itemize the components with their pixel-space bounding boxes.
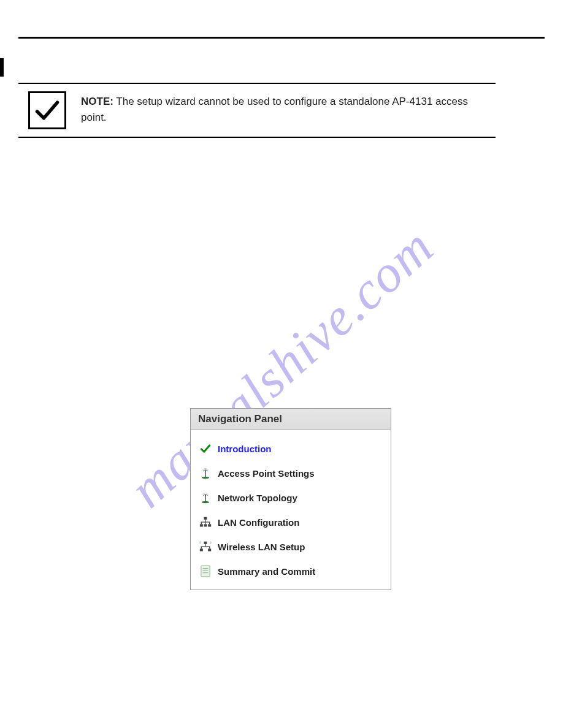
note-label: NOTE: xyxy=(81,96,113,107)
check-icon xyxy=(199,442,212,455)
nav-item-lan-configuration[interactable]: LAN Configuration xyxy=(196,510,386,534)
navigation-panel-list: Introduction Access Point Settings xyxy=(191,430,391,590)
svg-rect-21 xyxy=(208,548,211,551)
document-icon xyxy=(199,565,212,577)
nav-item-access-point-settings[interactable]: Access Point Settings xyxy=(196,461,386,485)
svg-rect-15 xyxy=(204,542,207,544)
svg-rect-20 xyxy=(200,548,203,551)
nav-item-label: LAN Configuration xyxy=(218,517,299,528)
note-check-icon xyxy=(28,91,66,129)
svg-rect-6 xyxy=(204,517,207,520)
nav-item-introduction[interactable]: Introduction xyxy=(196,436,386,461)
navigation-panel-title: Navigation Panel xyxy=(191,409,391,430)
note-block: NOTE: The setup wizard cannot be used to… xyxy=(18,83,496,138)
side-tab-marker xyxy=(0,58,4,77)
wlan-icon xyxy=(199,540,212,553)
svg-point-2 xyxy=(205,470,206,471)
nav-item-label: Access Point Settings xyxy=(218,468,315,479)
nav-item-label: Wireless LAN Setup xyxy=(218,542,305,552)
top-rule xyxy=(18,37,545,39)
svg-rect-12 xyxy=(200,524,203,526)
nav-item-label: Introduction xyxy=(218,444,271,454)
nav-item-label: Summary and Commit xyxy=(218,566,315,577)
antenna-icon xyxy=(199,491,212,504)
nav-item-wireless-lan-setup[interactable]: Wireless LAN Setup xyxy=(196,534,386,559)
note-body: The setup wizard cannot be used to confi… xyxy=(81,96,468,123)
antenna-icon xyxy=(199,467,212,479)
navigation-panel: Navigation Panel Introduction xyxy=(190,408,391,590)
nav-item-summary-and-commit[interactable]: Summary and Commit xyxy=(196,559,386,583)
svg-point-5 xyxy=(205,495,206,496)
svg-rect-14 xyxy=(208,524,211,526)
svg-rect-22 xyxy=(201,566,210,577)
lan-icon xyxy=(199,516,212,528)
nav-item-label: Network Topology xyxy=(218,493,297,503)
nav-item-network-topology[interactable]: Network Topology xyxy=(196,485,386,510)
svg-rect-13 xyxy=(204,524,207,526)
note-text: NOTE: The setup wizard cannot be used to… xyxy=(81,91,496,125)
